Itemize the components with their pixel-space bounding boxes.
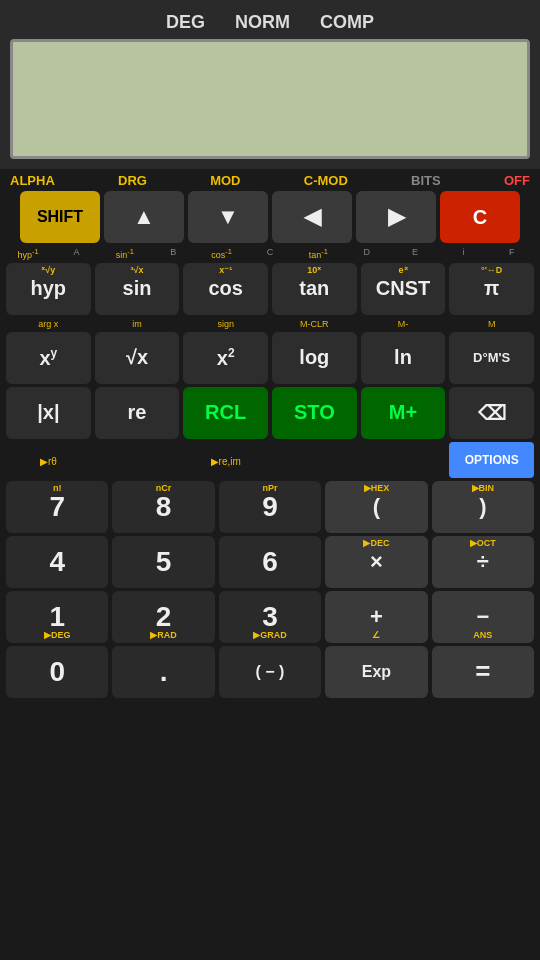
dot-button[interactable]: .	[112, 646, 214, 698]
re-label: re	[128, 401, 147, 424]
cnst-button[interactable]: eˣ CNST	[361, 263, 446, 315]
tan-button[interactable]: 10ˣ tan	[272, 263, 357, 315]
eight-button[interactable]: nCr 8	[112, 481, 214, 533]
seven-button[interactable]: n! 7	[6, 481, 108, 533]
clear-label: C	[473, 206, 487, 229]
cnst-label: CNST	[376, 277, 430, 300]
rparen-button[interactable]: ▶BIN )	[432, 481, 534, 533]
negate-button[interactable]: ( − )	[219, 646, 321, 698]
shift-button[interactable]: SHIFT	[20, 191, 100, 243]
ann-rtheta: ▶rθ	[40, 456, 57, 467]
clear-button[interactable]: C	[440, 191, 520, 243]
ln-button[interactable]: ln	[361, 332, 446, 384]
rparen-label: )	[479, 494, 486, 520]
five-button[interactable]: 5	[112, 536, 214, 588]
ln-label: ln	[394, 346, 412, 369]
log-label: log	[299, 346, 329, 369]
six-button[interactable]: 6	[219, 536, 321, 588]
hyp-button[interactable]: ˣ√y hyp	[6, 263, 91, 315]
four-button[interactable]: 4	[6, 536, 108, 588]
ann-mclr: M-CLR	[272, 319, 357, 330]
sto-button[interactable]: STO	[272, 387, 357, 439]
xsq-label: x2	[217, 346, 235, 370]
nine-button[interactable]: nPr 9	[219, 481, 321, 533]
mode-deg[interactable]: DEG	[166, 12, 205, 33]
sin-button[interactable]: ³√x sin	[95, 263, 180, 315]
multiply-button[interactable]: ▶DEC ×	[325, 536, 427, 588]
fn-label-i: i	[441, 247, 485, 261]
equals-button[interactable]: =	[432, 646, 534, 698]
oct-label: ▶OCT	[432, 539, 534, 548]
hex-label: ▶HEX	[325, 484, 427, 493]
one-button[interactable]: ▶DEG 1	[6, 591, 108, 643]
down-button[interactable]: ▼	[188, 191, 268, 243]
sto-label: STO	[294, 401, 335, 424]
alpha-label[interactable]: ALPHA	[10, 173, 55, 188]
plus-button[interactable]: ∠ +	[325, 591, 427, 643]
bits-label[interactable]: BITS	[411, 173, 441, 188]
fn-label-tan: tan-1	[296, 247, 340, 261]
left-button[interactable]: ◀	[272, 191, 352, 243]
xpowy-label: xy	[39, 346, 57, 370]
up-button[interactable]: ▲	[104, 191, 184, 243]
ann-argx: arg x	[6, 319, 91, 330]
divide-button[interactable]: ▶OCT ÷	[432, 536, 534, 588]
angle-label: ∠	[325, 631, 427, 640]
lparen-label: (	[373, 494, 380, 520]
mode-comp[interactable]: COMP	[320, 12, 374, 33]
eight-label: 8	[156, 491, 172, 523]
rad-label: ▶RAD	[112, 631, 214, 640]
fn-label-d: D	[345, 247, 389, 261]
sin-label: sin	[123, 277, 152, 300]
xsq-button[interactable]: x2	[183, 332, 268, 384]
options-button[interactable]: OPTIONS	[449, 442, 534, 478]
right-button[interactable]: ▶	[356, 191, 436, 243]
fn-label-cos: cos-1	[199, 247, 243, 261]
minus-label: −	[476, 604, 489, 630]
mplus-button[interactable]: M+	[361, 387, 446, 439]
xpowy-button[interactable]: xy	[6, 332, 91, 384]
cos-button[interactable]: x⁻¹ cos	[183, 263, 268, 315]
dms-button[interactable]: D°M'S	[449, 332, 534, 384]
cmod-label[interactable]: C-MOD	[304, 173, 348, 188]
sqrt-label: √x	[126, 346, 148, 369]
fn-label-sin: sin-1	[103, 247, 147, 261]
mod-label[interactable]: MOD	[210, 173, 240, 188]
ans-label: ANS	[432, 631, 534, 640]
zero-label: 0	[49, 656, 65, 688]
fn-label-f: F	[490, 247, 534, 261]
log-button[interactable]: log	[272, 332, 357, 384]
seven-top: n!	[6, 484, 108, 493]
two-button[interactable]: ▶RAD 2	[112, 591, 214, 643]
fn-label-a: A	[54, 247, 98, 261]
hyp-label: hyp	[31, 277, 67, 300]
deg-label: ▶DEG	[6, 631, 108, 640]
abs-label: |x|	[37, 401, 59, 424]
mode-norm[interactable]: NORM	[235, 12, 290, 33]
exp-button[interactable]: Exp	[325, 646, 427, 698]
ann-im: im	[95, 319, 180, 330]
plus-label: +	[370, 604, 383, 630]
drg-label[interactable]: DRG	[118, 173, 147, 188]
fn-label-e: E	[393, 247, 437, 261]
three-button[interactable]: ▶GRAD 3	[219, 591, 321, 643]
lparen-button[interactable]: ▶HEX (	[325, 481, 427, 533]
abs-button[interactable]: |x|	[6, 387, 91, 439]
ann-reim: ▶re,im	[211, 456, 241, 467]
re-button[interactable]: re	[95, 387, 180, 439]
equals-label: =	[475, 656, 490, 687]
eight-top: nCr	[112, 484, 214, 493]
tan-top: 10ˣ	[272, 266, 357, 275]
two-label: 2	[156, 601, 172, 633]
sqrt-button[interactable]: √x	[95, 332, 180, 384]
divide-label: ÷	[477, 549, 489, 575]
minus-button[interactable]: ANS −	[432, 591, 534, 643]
pi-top: °'↔D	[449, 266, 534, 275]
backspace-button[interactable]: ⌫	[449, 387, 534, 439]
down-icon: ▼	[217, 204, 239, 230]
rcl-button[interactable]: RCL	[183, 387, 268, 439]
zero-button[interactable]: 0	[6, 646, 108, 698]
pi-button[interactable]: °'↔D π	[449, 263, 534, 315]
cos-label: cos	[208, 277, 242, 300]
off-label[interactable]: OFF	[504, 173, 530, 188]
